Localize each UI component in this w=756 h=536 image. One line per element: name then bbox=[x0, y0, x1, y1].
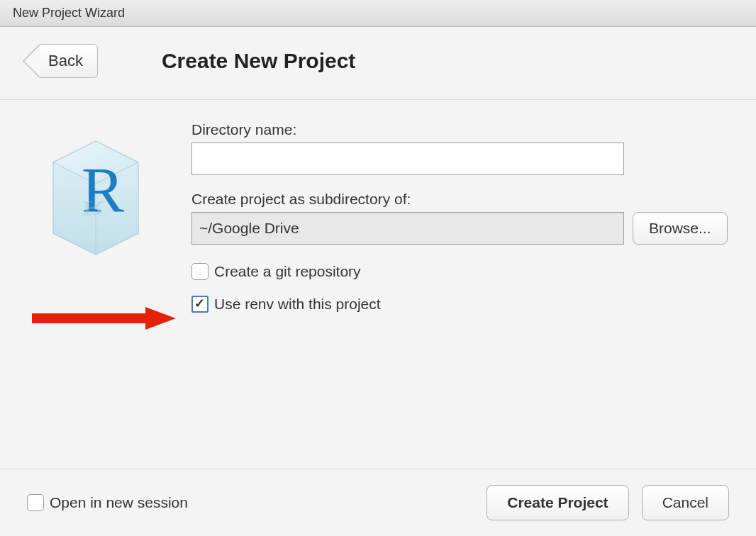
back-button[interactable]: Back bbox=[40, 44, 98, 78]
svg-text:R: R bbox=[82, 196, 106, 220]
form-column: Directory name: Create project as subdir… bbox=[191, 121, 729, 450]
browse-button-label: Browse... bbox=[649, 220, 711, 236]
subdirectory-input[interactable]: ~/Google Drive bbox=[191, 212, 624, 245]
icon-column: R R bbox=[21, 121, 170, 450]
create-project-button[interactable]: Create Project bbox=[487, 485, 628, 520]
wizard-footer: Open in new session Create Project Cance… bbox=[0, 469, 756, 536]
directory-name-label: Directory name: bbox=[191, 121, 729, 138]
subdirectory-row: ~/Google Drive Browse... bbox=[191, 212, 729, 245]
window-titlebar: New Project Wizard bbox=[0, 0, 756, 27]
cancel-button[interactable]: Cancel bbox=[642, 485, 729, 520]
back-button-label: Back bbox=[48, 52, 83, 70]
wizard-title: Create New Project bbox=[162, 49, 355, 73]
directory-name-input[interactable] bbox=[191, 143, 624, 175]
wizard-content: R R Directory name: Create project as su… bbox=[0, 100, 756, 450]
cancel-label: Cancel bbox=[662, 494, 708, 510]
create-project-label: Create Project bbox=[507, 494, 608, 510]
renv-label: Use renv with this project bbox=[214, 296, 381, 313]
r-project-icon: R R bbox=[32, 127, 160, 269]
git-repo-checkbox[interactable] bbox=[191, 263, 209, 280]
window-title: New Project Wizard bbox=[13, 6, 125, 21]
annotation-arrow-icon bbox=[21, 304, 177, 335]
open-new-session-checkbox[interactable] bbox=[27, 494, 44, 511]
subdirectory-label: Create project as subdirectory of: bbox=[191, 191, 729, 208]
subdirectory-value: ~/Google Drive bbox=[199, 220, 299, 237]
git-repo-checkbox-row: Create a git repository bbox=[191, 263, 729, 280]
wizard-header: Back Create New Project bbox=[0, 27, 756, 100]
git-repo-label: Create a git repository bbox=[214, 263, 361, 280]
footer-buttons: Create Project Cancel bbox=[487, 485, 729, 520]
svg-marker-6 bbox=[145, 307, 176, 330]
renv-checkbox-row: Use renv with this project bbox=[191, 296, 729, 313]
renv-checkbox[interactable] bbox=[191, 296, 209, 313]
open-new-session-label: Open in new session bbox=[50, 494, 188, 511]
footer-left: Open in new session bbox=[27, 494, 188, 511]
browse-button[interactable]: Browse... bbox=[633, 212, 728, 245]
